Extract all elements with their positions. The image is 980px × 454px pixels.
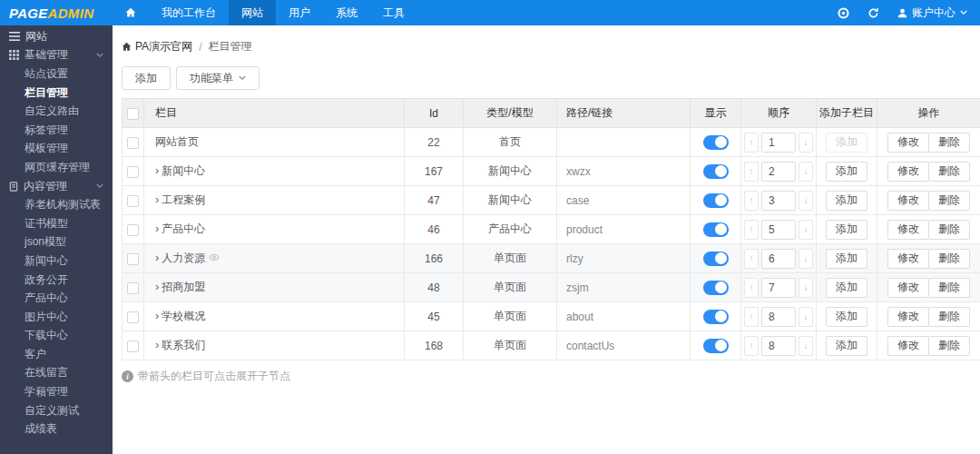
order-down-button[interactable]: ↓: [799, 162, 813, 182]
edit-button[interactable]: 修改: [887, 133, 929, 153]
delete-button[interactable]: 删除: [928, 336, 970, 356]
display-toggle[interactable]: [703, 222, 729, 237]
order-down-button[interactable]: ↓: [799, 191, 813, 211]
row-checkbox[interactable]: [127, 224, 139, 236]
order-down-button[interactable]: ↓: [799, 336, 813, 356]
order-down-button[interactable]: ↓: [799, 249, 813, 269]
app-logo[interactable]: PAGE ADMIN: [0, 0, 113, 25]
order-input[interactable]: [761, 220, 796, 240]
delete-button[interactable]: 删除: [928, 249, 970, 269]
expand-arrow-icon[interactable]: ›: [155, 309, 159, 322]
delete-button[interactable]: 删除: [928, 307, 970, 327]
sidebar-item-column-management[interactable]: 栏目管理: [0, 84, 113, 103]
display-toggle[interactable]: [703, 252, 729, 266]
sidebar-item-customers[interactable]: 客户: [0, 345, 113, 364]
delete-button[interactable]: 删除: [928, 162, 970, 182]
sidebar-item-grades-table[interactable]: 成绩表: [0, 419, 113, 439]
delete-button[interactable]: 删除: [928, 220, 970, 240]
add-child-button[interactable]: 添加: [826, 278, 867, 298]
edit-button[interactable]: 修改: [887, 162, 929, 182]
delete-button[interactable]: 删除: [928, 278, 970, 298]
order-up-button[interactable]: ↑: [744, 220, 759, 240]
order-input[interactable]: [761, 162, 796, 182]
sidebar-item-online-messages[interactable]: 在线留言: [0, 364, 113, 383]
row-checkbox[interactable]: [127, 282, 139, 294]
select-all-checkbox[interactable]: [127, 108, 139, 120]
display-toggle[interactable]: [703, 339, 729, 353]
refresh-icon[interactable]: [867, 7, 879, 19]
edit-button[interactable]: 修改: [887, 278, 929, 298]
order-input[interactable]: [761, 307, 796, 327]
expand-arrow-icon[interactable]: ›: [155, 222, 159, 235]
sidebar-item-gov-affairs[interactable]: 政务公开: [0, 271, 113, 290]
sidebar-item-tag-management[interactable]: 标签管理: [0, 121, 113, 140]
display-toggle[interactable]: [703, 281, 729, 295]
sidebar-item-custom-routes[interactable]: 自定义路由: [0, 102, 113, 121]
add-child-button[interactable]: 添加: [826, 220, 867, 240]
delete-button[interactable]: 删除: [928, 133, 970, 153]
sidebar-item-elderly-test-table[interactable]: 养老机构测试表: [0, 195, 113, 214]
sidebar-item-template-management[interactable]: 模板管理: [0, 140, 113, 159]
sidebar-item-page-cache-management[interactable]: 网页缓存管理: [0, 158, 113, 177]
sidebar-item-image-center[interactable]: 图片中心: [0, 308, 113, 327]
row-checkbox[interactable]: [127, 195, 139, 207]
order-input[interactable]: [761, 278, 796, 298]
expand-arrow-icon[interactable]: ›: [155, 251, 159, 264]
nav-item-system[interactable]: 系统: [323, 0, 370, 25]
delete-button[interactable]: 删除: [928, 191, 970, 211]
sidebar-item-news-center[interactable]: 新闻中心: [0, 252, 113, 271]
sidebar-item-json-model[interactable]: json模型: [0, 233, 113, 252]
order-up-button[interactable]: ↑: [744, 278, 759, 298]
expand-arrow-icon[interactable]: ›: [155, 338, 159, 351]
order-up-button[interactable]: ↑: [744, 191, 759, 211]
order-input[interactable]: [761, 336, 796, 356]
globe-icon[interactable]: [838, 7, 849, 19]
order-down-button[interactable]: ↓: [799, 220, 813, 240]
order-up-button[interactable]: ↑: [744, 133, 759, 153]
sidebar-item-student-records[interactable]: 学籍管理: [0, 382, 113, 401]
expand-arrow-icon[interactable]: ›: [155, 192, 159, 206]
order-input[interactable]: [761, 191, 796, 211]
order-input[interactable]: [761, 249, 796, 269]
order-down-button[interactable]: ↓: [799, 278, 813, 298]
edit-button[interactable]: 修改: [887, 249, 929, 269]
edit-button[interactable]: 修改: [887, 220, 929, 240]
order-up-button[interactable]: ↑: [744, 307, 759, 327]
function-menu-button[interactable]: 功能菜单: [176, 66, 260, 90]
add-child-button[interactable]: 添加: [826, 162, 867, 182]
add-child-button[interactable]: 添加: [826, 336, 867, 356]
nav-item-tools[interactable]: 工具: [370, 0, 417, 25]
add-child-button[interactable]: 添加: [826, 249, 867, 269]
display-toggle[interactable]: [703, 164, 729, 179]
edit-button[interactable]: 修改: [887, 191, 929, 211]
edit-button[interactable]: 修改: [887, 336, 929, 356]
order-up-button[interactable]: ↑: [744, 162, 759, 182]
sidebar-item-site-settings[interactable]: 站点设置: [0, 64, 113, 84]
row-checkbox[interactable]: [127, 137, 139, 149]
row-checkbox[interactable]: [127, 166, 139, 178]
expand-arrow-icon[interactable]: ›: [155, 163, 159, 177]
add-button[interactable]: 添加: [122, 66, 171, 90]
nav-item-users[interactable]: 用户: [276, 0, 323, 25]
nav-item-workbench[interactable]: 我的工作台: [149, 0, 229, 25]
add-child-button[interactable]: 添加: [826, 307, 867, 327]
sidebar-item-custom-test[interactable]: 自定义测试: [0, 401, 113, 420]
sidebar-group-content-management[interactable]: 内容管理: [0, 177, 113, 196]
account-menu[interactable]: 账户中心: [897, 5, 967, 21]
add-child-button[interactable]: 添加: [826, 191, 867, 211]
display-toggle[interactable]: [703, 135, 729, 150]
sidebar-item-certificate-model[interactable]: 证书模型: [0, 214, 113, 233]
order-down-button[interactable]: ↓: [799, 133, 813, 153]
nav-item-website[interactable]: 网站: [229, 0, 276, 25]
row-checkbox[interactable]: [127, 311, 139, 323]
sidebar-title[interactable]: 网站: [0, 27, 113, 46]
sidebar-item-download-center[interactable]: 下载中心: [0, 327, 113, 346]
display-toggle[interactable]: [703, 310, 729, 324]
edit-button[interactable]: 修改: [887, 307, 929, 327]
expand-arrow-icon[interactable]: ›: [155, 280, 159, 293]
order-up-button[interactable]: ↑: [744, 249, 759, 269]
display-toggle[interactable]: [703, 193, 729, 208]
home-icon[interactable]: [113, 0, 149, 25]
breadcrumb-site[interactable]: PA演示官网: [135, 39, 192, 54]
order-input[interactable]: [761, 133, 796, 153]
